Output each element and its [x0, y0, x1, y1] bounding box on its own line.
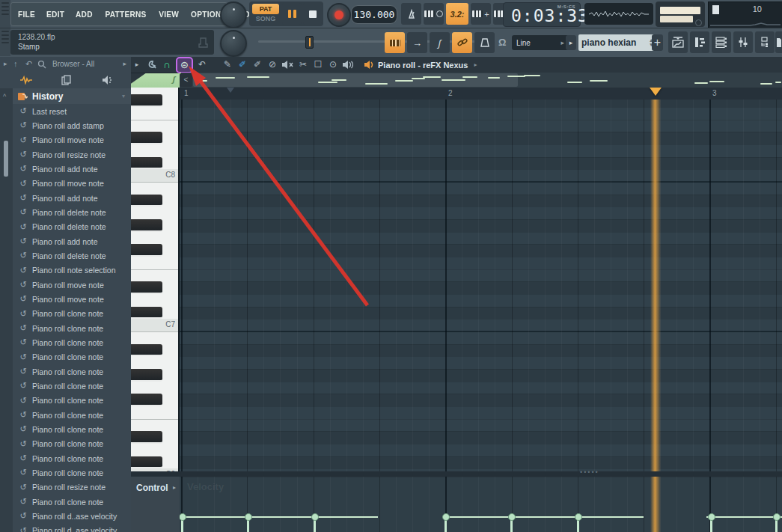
mute-tool-icon[interactable] [281, 60, 294, 70]
menu-item-file[interactable]: FILE [18, 10, 35, 19]
black-key[interactable] [131, 157, 162, 170]
velocity-handle[interactable] [575, 513, 582, 521]
channel-speaker-icon[interactable] [364, 60, 375, 70]
history-item[interactable]: ↺Piano roll clone note [13, 335, 131, 349]
history-item[interactable]: ↺Piano roll move note [13, 177, 131, 191]
history-item[interactable]: ↺Piano roll note selection [13, 263, 131, 278]
scroll-left-button[interactable]: < [180, 73, 192, 87]
minimap-viewport[interactable] [193, 73, 518, 87]
chevron-right-icon[interactable]: ▸ [123, 60, 126, 67]
black-key[interactable] [131, 132, 162, 144]
playlist-button[interactable] [668, 31, 688, 53]
add-channel-button[interactable]: + [652, 34, 663, 51]
timeline[interactable]: 123 [180, 88, 782, 100]
black-key[interactable] [131, 94, 162, 107]
divider-handle-icon[interactable]: ••••• [580, 468, 599, 476]
tab-plugins-icon[interactable] [102, 75, 112, 85]
browser-title[interactable]: Browser - All [52, 60, 94, 68]
velocity-lane[interactable]: Velocity [180, 477, 782, 532]
magnet-snap-icon[interactable]: ∩ [159, 57, 174, 73]
paint-sequence-tool-icon[interactable]: ✐ [250, 57, 265, 73]
black-key[interactable] [131, 394, 162, 406]
song-mode-button[interactable]: SONG [252, 14, 279, 23]
master-pitch-knob[interactable] [220, 30, 247, 57]
history-item[interactable]: ↺Piano roll delete note [13, 205, 131, 219]
record-button[interactable] [327, 3, 351, 27]
typing-keyboard-button[interactable]: + [471, 3, 491, 25]
monitor-mode-select[interactable]: Line ▸ [512, 35, 569, 50]
black-key[interactable] [131, 307, 162, 319]
history-item[interactable]: ↺Piano roll clone note [13, 451, 131, 465]
velocity-handle[interactable] [442, 513, 450, 521]
chevron-right-icon[interactable]: ▸ [173, 484, 176, 491]
metronome-button[interactable] [401, 3, 421, 25]
search-icon[interactable] [37, 60, 46, 69]
title-chevron-icon[interactable]: ▸ [468, 57, 483, 73]
black-key[interactable] [131, 431, 162, 444]
tempo-display[interactable]: 130.000 [351, 5, 397, 24]
history-item[interactable]: ↺Piano roll clone note [13, 350, 131, 364]
menu-item-patterns[interactable]: PATTERNS [105, 10, 146, 19]
history-item[interactable]: ↺Piano roll add note [13, 162, 131, 176]
select-tool-icon[interactable]: ☐ [311, 57, 326, 73]
piano-roll-button[interactable] [690, 31, 709, 53]
history-item[interactable]: ↺Piano roll clone note [13, 394, 131, 408]
black-key[interactable] [131, 369, 162, 382]
scroll-up-icon[interactable]: ^ [3, 93, 6, 100]
history-item[interactable]: ↺Piano roll clone note [13, 422, 131, 436]
minimap-strip[interactable]: < [180, 73, 782, 88]
history-item[interactable]: ↺Piano roll d..ase velocity [13, 524, 131, 532]
black-key[interactable] [131, 244, 162, 257]
lane-divider[interactable]: ••••• [131, 471, 782, 477]
history-item[interactable]: ↺Piano roll move note [13, 133, 131, 147]
menu-item-view[interactable]: VIEW [159, 10, 179, 19]
oscilloscope[interactable] [584, 3, 653, 25]
headphones-icon[interactable]: Ω [498, 37, 506, 47]
mixer-button[interactable] [733, 31, 753, 53]
stamp-tool-button[interactable]: ⊜ [176, 57, 193, 73]
link-button[interactable] [452, 32, 472, 53]
black-key[interactable] [131, 456, 162, 469]
smooth-button[interactable]: ʃ [430, 32, 450, 53]
black-key[interactable] [131, 281, 162, 294]
position-display[interactable]: 3.2: [446, 3, 468, 25]
stop-button[interactable] [303, 3, 322, 25]
playhead-marker[interactable] [650, 88, 662, 96]
history-item[interactable]: ↺Piano roll move note [13, 292, 131, 306]
history-item[interactable]: ↺Piano roll clone note [13, 465, 131, 480]
velocity-handle[interactable] [311, 513, 319, 521]
channel-selector[interactable]: piano hexian ▴▾ [578, 34, 656, 51]
history-item[interactable]: ↺Piano roll delete note [13, 248, 131, 263]
draw-tool-icon[interactable]: ✎ [220, 57, 235, 73]
history-item[interactable]: ↺Piano roll delete note [13, 220, 131, 234]
slider-thumb[interactable] [305, 36, 314, 49]
history-item[interactable]: ↺Piano roll clone note [13, 495, 131, 509]
main-volume-knob[interactable] [220, 1, 247, 28]
follow-playback-button[interactable]: → [407, 32, 427, 53]
time-display-panel[interactable]: M:S:CS 0:03:33 [503, 2, 581, 27]
tab-current-project-icon[interactable] [19, 76, 33, 85]
step-edit-button[interactable] [385, 32, 405, 53]
velocity-handle[interactable] [180, 513, 186, 521]
wrench-icon[interactable] [145, 60, 157, 70]
playback-tool-icon[interactable] [342, 60, 353, 70]
black-key[interactable] [131, 219, 162, 232]
history-item[interactable]: ↺Piano roll d..ase velocity [13, 509, 131, 523]
history-header-row[interactable]: History ▾ [13, 88, 131, 104]
note-grid[interactable] [180, 100, 782, 471]
history-item[interactable]: ↺Piano roll resize note [13, 480, 131, 495]
up-arrow-icon[interactable]: ↑ [13, 59, 18, 68]
chevron-right-icon[interactable]: ▸ [4, 60, 7, 67]
history-item[interactable]: ↺Piano roll add stamp [13, 118, 131, 132]
menu-grip[interactable] [0, 0, 10, 28]
undo-icon[interactable]: ↶ [195, 57, 210, 73]
history-item[interactable]: ↺Piano roll add note [13, 191, 131, 205]
browser-scrollbar[interactable]: ^ [0, 88, 13, 532]
scroll-thumb[interactable] [4, 141, 8, 177]
history-item[interactable]: ↺Piano roll clone note [13, 321, 131, 335]
options-chevron-icon[interactable]: ▸ [131, 57, 143, 73]
history-item[interactable]: ↺Piano roll add note [13, 234, 131, 248]
piano-keys[interactable]: C6C7C8 [131, 88, 180, 471]
history-item[interactable]: ↺Piano roll clone note [13, 437, 131, 451]
history-item[interactable]: ↺Last reset [13, 104, 131, 118]
